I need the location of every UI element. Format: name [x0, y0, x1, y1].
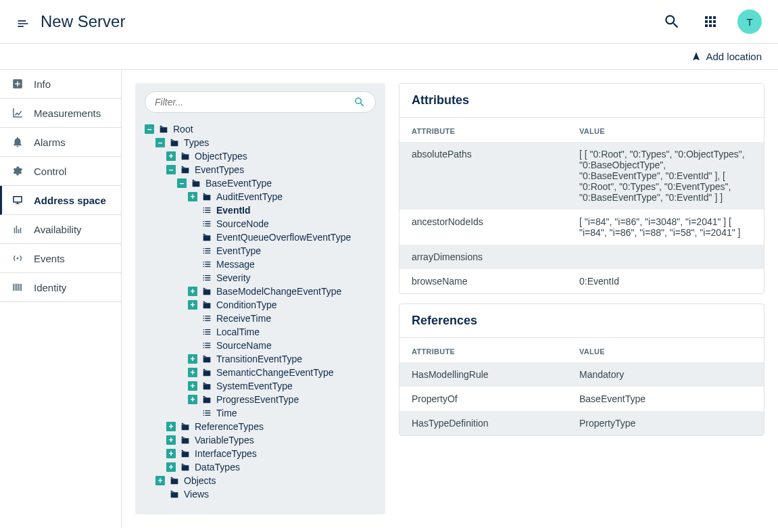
tree: Root Types ObjectTypes EventTypes BaseEv…	[145, 122, 376, 501]
references-table: ATTRIBUTE VALUE HasModellingRuleMandator…	[399, 338, 764, 435]
tree-eventid[interactable]: EventId	[188, 203, 376, 217]
filter-input[interactable]	[155, 97, 354, 107]
tree-objects[interactable]: Objects	[155, 474, 376, 487]
header: New Server T	[0, 0, 778, 44]
tree-receivetime[interactable]: ReceiveTime	[188, 312, 376, 325]
tree-variabletypes[interactable]: VariableTypes	[166, 433, 376, 447]
tree-severity[interactable]: Severity	[188, 271, 376, 285]
references-panel: References ATTRIBUTE VALUE HasModellingR…	[399, 304, 764, 436]
avatar[interactable]: T	[737, 9, 762, 34]
subheader: Add location	[0, 44, 778, 70]
tree-sourcename[interactable]: SourceName	[188, 339, 376, 352]
tree-types[interactable]: Types	[155, 136, 376, 149]
nav-alarms[interactable]: Alarms	[0, 128, 121, 157]
bars-icon	[11, 222, 24, 236]
plus-box-icon	[11, 77, 24, 91]
table-row[interactable]: arrayDimensions	[399, 245, 764, 269]
tree-eventqueueoverflow[interactable]: EventQueueOverflowEventType	[188, 231, 376, 244]
tree-views[interactable]: Views	[155, 487, 376, 501]
chart-icon	[11, 106, 24, 120]
tree-sourcenode[interactable]: SourceNode	[188, 217, 376, 231]
attributes-table: ATTRIBUTE VALUE absolutePaths[ [ "0:Root…	[399, 118, 764, 293]
bell-icon	[11, 135, 24, 149]
menu-icon[interactable]	[16, 17, 30, 26]
gear-icon	[11, 164, 24, 178]
table-row[interactable]: HasTypeDefinitionPropertyType	[399, 411, 764, 435]
nav-info[interactable]: Info	[0, 70, 121, 99]
filter-wrap	[145, 91, 376, 113]
table-row[interactable]: PropertyOfBaseEventType	[399, 387, 764, 411]
tree-conditiontype[interactable]: ConditionType	[188, 298, 376, 312]
tree-eventtypes[interactable]: EventTypes	[166, 163, 376, 176]
nav-control[interactable]: Control	[0, 157, 121, 186]
tree-auditevent[interactable]: AuditEventType	[188, 190, 376, 203]
nav-events[interactable]: Events	[0, 244, 121, 273]
add-location-button[interactable]: Add location	[691, 51, 762, 62]
search-button[interactable]	[660, 10, 683, 33]
tree-baseeventtype[interactable]: BaseEventType	[177, 176, 376, 190]
table-row[interactable]: HasModellingRuleMandatory	[399, 362, 764, 387]
attributes-col-attr: ATTRIBUTE	[399, 118, 567, 142]
tree-transitionevent[interactable]: TransitionEventType	[188, 352, 376, 366]
table-row[interactable]: absolutePaths[ [ "0:Root", "0:Types", "0…	[399, 142, 764, 210]
table-row[interactable]: ancestorNodeIds[ "i=84", "i=86", "i=3048…	[399, 210, 764, 245]
tree-panel: Root Types ObjectTypes EventTypes BaseEv…	[135, 83, 385, 514]
tree-semanticchange[interactable]: SemanticChangeEventType	[188, 366, 376, 379]
attributes-title: Attributes	[399, 84, 764, 118]
nav-identity[interactable]: Identity	[0, 273, 121, 302]
references-col-val: VALUE	[567, 338, 764, 362]
table-row[interactable]: browseName0:EventId	[399, 269, 764, 293]
references-title: References	[399, 304, 764, 338]
search-icon[interactable]	[354, 96, 366, 108]
nav-availability[interactable]: Availability	[0, 215, 121, 244]
tree-basemodelchange[interactable]: BaseModelChangeEventType	[188, 285, 376, 298]
nav-address-space[interactable]: Address space	[0, 186, 121, 215]
tree-interfacetypes[interactable]: InterfaceTypes	[166, 447, 376, 460]
tree-objecttypes[interactable]: ObjectTypes	[166, 149, 376, 163]
location-icon	[691, 51, 702, 62]
tree-message[interactable]: Message	[188, 258, 376, 271]
main-content: Root Types ObjectTypes EventTypes BaseEv…	[122, 70, 778, 528]
tree-localtime[interactable]: LocalTime	[188, 325, 376, 339]
barcode-icon	[11, 281, 24, 294]
tree-time[interactable]: Time	[188, 406, 376, 420]
tree-systemevent[interactable]: SystemEventType	[188, 379, 376, 393]
tree-datatypes[interactable]: DataTypes	[166, 460, 376, 474]
sidebar: Info Measurements Alarms Control Address…	[0, 70, 122, 528]
attributes-col-val: VALUE	[567, 118, 764, 142]
tree-progressevent[interactable]: ProgressEventType	[188, 393, 376, 406]
apps-button[interactable]	[700, 11, 721, 32]
tree-referencetypes[interactable]: ReferenceTypes	[166, 420, 376, 433]
monitor-icon	[11, 193, 24, 207]
broadcast-icon	[11, 251, 24, 265]
attributes-panel: Attributes ATTRIBUTE VALUE absolutePaths…	[399, 83, 764, 294]
references-col-attr: ATTRIBUTE	[399, 338, 567, 362]
nav-measurements[interactable]: Measurements	[0, 99, 121, 128]
page-title: New Server	[41, 12, 660, 31]
tree-root[interactable]: Root	[145, 122, 376, 136]
tree-eventtype[interactable]: EventType	[188, 244, 376, 258]
